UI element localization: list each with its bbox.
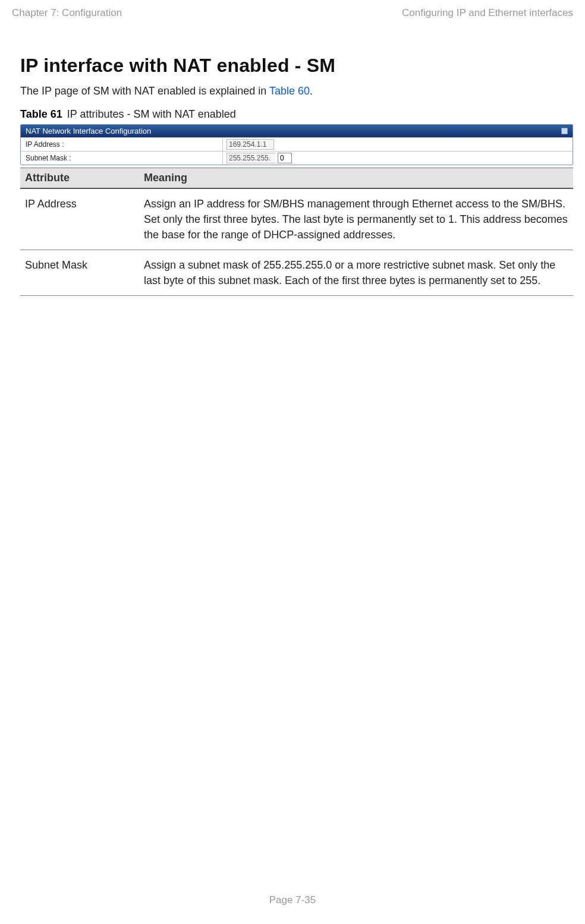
table-title: IP attributes - SM with NAT enabled: [67, 108, 236, 120]
panel-header: NAT Network Interface Configuration: [21, 125, 573, 137]
attribute-table: Attribute Meaning IP Address Assign an I…: [20, 168, 573, 296]
ip-address-label: IP Address :: [21, 138, 223, 151]
subnet-mask-label: Subnet Mask :: [21, 152, 223, 165]
nat-config-panel: NAT Network Interface Configuration IP A…: [20, 124, 573, 165]
intro-text-post: .: [310, 85, 313, 97]
table-60-link[interactable]: Table 60: [269, 85, 310, 97]
attr-name: IP Address: [20, 188, 139, 250]
panel-collapse-icon[interactable]: [561, 128, 568, 134]
table-caption: Table 61IP attributes - SM with NAT enab…: [20, 108, 573, 121]
panel-title: NAT Network Interface Configuration: [26, 127, 151, 135]
header-left: Chapter 7: Configuration: [12, 7, 122, 19]
panel-row-subnet-mask: Subnet Mask :: [21, 151, 573, 165]
intro-text-pre: The IP page of SM with NAT enabled is ex…: [20, 85, 269, 97]
page-footer: Page 7-35: [0, 894, 585, 906]
table-number: Table 61: [20, 108, 62, 120]
attr-name: Subnet Mask: [20, 250, 139, 296]
running-header: Chapter 7: Configuration Configuring IP …: [12, 7, 573, 19]
subnet-mask-last-octet-input[interactable]: [278, 153, 292, 163]
header-right: Configuring IP and Ethernet interfaces: [402, 7, 573, 19]
section-title: IP interface with NAT enabled - SM: [20, 55, 573, 77]
col-header-attribute: Attribute: [20, 168, 139, 189]
table-row: Subnet Mask Assign a subnet mask of 255.…: [20, 250, 573, 296]
col-header-meaning: Meaning: [139, 168, 573, 189]
attr-meaning: Assign a subnet mask of 255.255.255.0 or…: [139, 250, 573, 296]
table-row: IP Address Assign an IP address for SM/B…: [20, 188, 573, 250]
ip-address-value: [227, 139, 274, 150]
attr-meaning: Assign an IP address for SM/BHS manageme…: [139, 188, 573, 250]
subnet-mask-prefix: [227, 153, 275, 163]
panel-row-ip-address: IP Address :: [21, 137, 573, 151]
intro-paragraph: The IP page of SM with NAT enabled is ex…: [20, 85, 573, 97]
